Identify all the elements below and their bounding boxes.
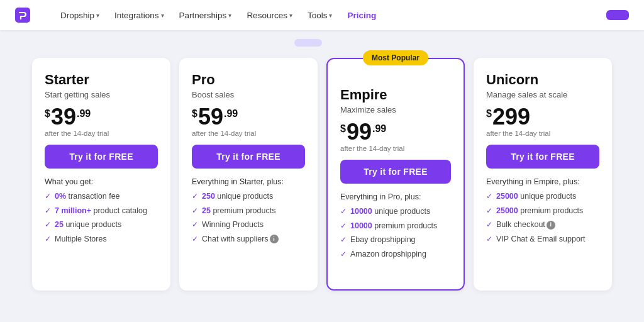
feature-item: ✓ VIP Chat & Email support <box>486 234 599 245</box>
price-period-empire: after the 14-day trial <box>340 145 451 152</box>
feature-item: ✓ Amazon dropshipping <box>340 249 451 260</box>
plan-name-unicorn: Unicorn <box>486 72 599 88</box>
monthly-toggle[interactable] <box>294 39 322 47</box>
check-icon: ✓ <box>192 235 198 245</box>
features-header-unicorn: Everything in Empire, plus: <box>486 177 599 186</box>
check-icon: ✓ <box>45 192 51 202</box>
feature-text: 25000 unique products <box>496 191 576 201</box>
price-dollar-unicorn: $ <box>486 108 492 119</box>
price-period-unicorn: after the 14-day trial <box>486 130 599 137</box>
check-icon: ✓ <box>45 206 51 216</box>
svg-rect-0 <box>15 8 30 23</box>
feature-item: ✓ 25000 premium products <box>486 206 599 216</box>
chevron-down-icon: ▾ <box>289 12 292 19</box>
feature-text: 250 unique products <box>202 191 273 201</box>
pricing-card-starter: StarterStart getting sales $ 39 .99 afte… <box>32 58 170 291</box>
feature-text: Ebay dropshipping <box>350 235 416 245</box>
nav-right <box>584 10 629 20</box>
feature-item: ✓ 10000 premium products <box>340 221 451 231</box>
feature-text: VIP Chat & Email support <box>496 234 586 244</box>
get-started-button[interactable] <box>606 10 629 20</box>
price-cents-empire: .99 <box>372 123 386 135</box>
feature-text: Bulk checkouti <box>496 219 555 230</box>
price-dollar-pro: $ <box>192 108 197 119</box>
plan-name-empire: Empire <box>340 87 451 103</box>
check-icon: ✓ <box>486 192 492 202</box>
feature-item: ✓ 0% transaction fee <box>45 191 158 202</box>
navbar: Dropship▾Integrations▾Partnerships▾Resou… <box>0 0 644 30</box>
features-header-starter: What you get: <box>45 177 158 186</box>
nav-item-integrations[interactable]: Integrations▾ <box>108 7 170 24</box>
nav-links: Dropship▾Integrations▾Partnerships▾Resou… <box>54 7 584 24</box>
price-main-unicorn: 299 <box>492 106 530 128</box>
nav-item-partnerships[interactable]: Partnerships▾ <box>173 7 238 24</box>
check-icon: ✓ <box>192 206 198 216</box>
feature-item: ✓ 10000 unique products <box>340 206 451 217</box>
check-icon: ✓ <box>340 207 347 217</box>
feature-text: 10000 unique products <box>350 206 430 216</box>
try-free-button-starter[interactable]: Try it for FREE <box>45 145 158 169</box>
info-icon: i <box>270 235 279 243</box>
nav-item-dropship[interactable]: Dropship▾ <box>54 7 106 24</box>
billing-toggle <box>0 39 644 47</box>
nav-item-tools[interactable]: Tools▾ <box>301 7 339 24</box>
check-icon: ✓ <box>45 220 51 230</box>
feature-item: ✓ 250 unique products <box>192 191 305 202</box>
price-main-empire: 99 <box>347 121 372 143</box>
check-icon: ✓ <box>486 206 492 216</box>
try-free-button-pro[interactable]: Try it for FREE <box>192 145 305 169</box>
price-row-pro: $ 59 .99 <box>192 106 305 128</box>
feature-item: ✓ 25000 unique products <box>486 191 599 202</box>
price-dollar-empire: $ <box>340 123 346 135</box>
feature-item: ✓ 25 unique products <box>45 219 158 230</box>
feature-item: ✓ 25 premium products <box>192 206 305 216</box>
check-icon: ✓ <box>486 235 492 245</box>
price-row-unicorn: $ 299 <box>486 106 599 128</box>
plan-name-pro: Pro <box>192 72 305 88</box>
check-icon: ✓ <box>340 250 347 260</box>
price-cents-starter: .99 <box>77 108 91 119</box>
price-row-starter: $ 39 .99 <box>45 106 158 128</box>
price-period-pro: after the 14-day trial <box>192 130 305 137</box>
feature-text: Winning Products <box>202 219 264 230</box>
features-header-pro: Everything in Starter, plus: <box>192 177 305 186</box>
price-dollar-starter: $ <box>45 108 50 119</box>
feature-text: 10000 premium products <box>350 221 437 231</box>
check-icon: ✓ <box>340 235 347 245</box>
chevron-down-icon: ▾ <box>329 12 332 19</box>
nav-item-pricing[interactable]: Pricing <box>341 7 382 24</box>
check-icon: ✓ <box>192 220 198 230</box>
feature-item: ✓ Multiple Stores <box>45 234 158 245</box>
check-icon: ✓ <box>45 235 51 245</box>
feature-item: ✓ Winning Products <box>192 219 305 230</box>
plan-name-starter: Starter <box>45 72 158 88</box>
login-button[interactable] <box>584 11 599 19</box>
check-icon: ✓ <box>340 221 347 231</box>
plan-tagline-pro: Boost sales <box>192 90 305 99</box>
feature-item: ✓ 7 million+ product catalog <box>45 206 158 216</box>
price-cents-pro: .99 <box>224 108 238 119</box>
feature-text: 0% transaction fee <box>55 191 120 201</box>
info-icon: i <box>547 221 555 230</box>
price-period-starter: after the 14-day trial <box>45 130 158 137</box>
pricing-card-pro: ProBoost sales $ 59 .99 after the 14-day… <box>179 58 318 291</box>
chevron-down-icon: ▾ <box>228 12 231 19</box>
feature-text: 25 unique products <box>55 219 121 230</box>
feature-item: ✓ Bulk checkouti <box>486 219 599 230</box>
most-popular-badge: Most Popular <box>363 50 428 65</box>
plan-tagline-starter: Start getting sales <box>45 90 158 99</box>
feature-item: ✓ Chat with suppliersi <box>192 234 305 245</box>
plan-tagline-unicorn: Manage sales at scale <box>486 90 599 99</box>
yearly-toggle[interactable] <box>322 39 350 47</box>
price-row-empire: $ 99 .99 <box>340 121 451 143</box>
price-main-starter: 39 <box>51 106 76 128</box>
try-free-button-empire[interactable]: Try it for FREE <box>340 160 451 184</box>
logo[interactable] <box>15 8 34 23</box>
feature-text: Amazon dropshipping <box>350 249 426 259</box>
price-main-pro: 59 <box>198 106 223 128</box>
nav-item-resources[interactable]: Resources▾ <box>240 7 299 24</box>
pricing-card-unicorn: UnicornManage sales at scale $ 299 after… <box>474 58 612 291</box>
feature-text: 25 premium products <box>202 206 275 216</box>
try-free-button-unicorn[interactable]: Try it for FREE <box>486 145 599 169</box>
plan-tagline-empire: Maximize sales <box>340 105 451 114</box>
